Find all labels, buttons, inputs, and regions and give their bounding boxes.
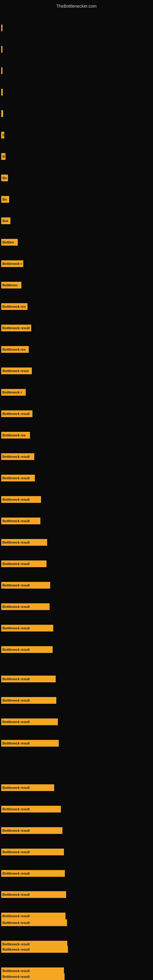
bottleneck-bar: Bottlenec bbox=[1, 282, 21, 288]
bar-row: Bo bbox=[1, 175, 8, 181]
bottleneck-bar: Bottleneck res bbox=[1, 303, 27, 310]
bar-row: Bottleneck result bbox=[1, 625, 53, 632]
bar-row: Bottleneck result bbox=[1, 973, 65, 980]
bar-row: Bottleneck result bbox=[1, 676, 56, 682]
bar-row: Bottleneck result bbox=[1, 870, 65, 877]
bottleneck-bar: Bottleneck result bbox=[1, 946, 68, 953]
bottleneck-bar: Bottleneck result bbox=[1, 920, 67, 926]
bottleneck-bar: Bottleneck result bbox=[1, 740, 59, 747]
bottleneck-bar bbox=[1, 24, 2, 31]
bar-row: Bottleneck result bbox=[1, 740, 59, 747]
bar-label: Bottleneck result bbox=[2, 326, 30, 330]
bar-label: Bottleneck res bbox=[2, 348, 26, 351]
bar-row: Bottleneck result bbox=[1, 560, 46, 567]
bottleneck-bar: Bottleneck result bbox=[1, 973, 65, 980]
bar-label: Bottleneck result bbox=[2, 562, 30, 566]
bar-label: Bottleneck result bbox=[2, 969, 30, 973]
bottleneck-bar: Bottleneck result bbox=[1, 603, 49, 610]
bottleneck-bar: Bottleneck result bbox=[1, 676, 56, 682]
bar-row: Bottleneck result bbox=[1, 913, 65, 920]
bar-label: Bottleneck result bbox=[2, 829, 30, 832]
bar-label: Bottleneck result bbox=[2, 914, 30, 918]
bottleneck-bar: Bottlen bbox=[1, 239, 18, 246]
bar-row: Bot bbox=[1, 218, 10, 224]
bottleneck-bar: Bottleneck result bbox=[1, 806, 61, 813]
bar-row: Bottleneck result bbox=[1, 920, 67, 926]
bar-label: Bottleneck result bbox=[2, 975, 30, 978]
bar-row: Bottleneck result bbox=[1, 475, 35, 481]
bottleneck-bar: Bottleneck r bbox=[1, 389, 26, 396]
bar-label: Bot bbox=[2, 219, 8, 223]
bar-label: Bottleneck result bbox=[2, 921, 30, 924]
bottleneck-bar: Bottleneck result bbox=[1, 560, 46, 567]
bar-label: Bottleneck result bbox=[2, 850, 30, 854]
bar-row: Bottleneck result bbox=[1, 517, 40, 524]
bar-label: Bottleneck result bbox=[2, 741, 30, 745]
bottleneck-bar: Bottleneck result bbox=[1, 625, 53, 632]
bar-row: Bottlen bbox=[1, 239, 18, 246]
bottleneck-bar: 5 bbox=[1, 132, 4, 138]
bar-label: Bottleneck result bbox=[2, 541, 30, 544]
bar-label: Bottleneck result bbox=[2, 948, 30, 951]
bar-label: Bottleneck result bbox=[2, 786, 30, 789]
bar-label: Bottleneck result bbox=[2, 648, 30, 651]
bottleneck-bar bbox=[1, 46, 2, 52]
bar-label: Bottlenec bbox=[2, 283, 18, 287]
bottleneck-bar bbox=[1, 110, 3, 117]
bar-row: Bottleneck result bbox=[1, 891, 66, 898]
bar-label: Bottleneck result bbox=[2, 455, 30, 458]
bottleneck-bar: Bottleneck result bbox=[1, 827, 62, 834]
bar-label: Bottleneck result bbox=[2, 720, 30, 724]
bar-label: Bottleneck result bbox=[2, 698, 30, 702]
bar-row: Bottleneck resul bbox=[1, 368, 32, 374]
bottleneck-bar: Bottleneck result bbox=[1, 646, 53, 653]
bar-row bbox=[1, 89, 3, 95]
bar-row: Bottleneck result bbox=[1, 784, 54, 791]
bar-row: Bottleneck res bbox=[1, 432, 30, 439]
bar-row: Bottleneck result bbox=[1, 719, 58, 725]
bar-label: Bottleneck result bbox=[2, 807, 30, 811]
bottleneck-bar: Bottleneck result bbox=[1, 496, 41, 503]
bottleneck-bar: Bottleneck result bbox=[1, 325, 31, 331]
bar-label: Bottleneck r bbox=[2, 262, 22, 266]
bar-label: Bottleneck resul bbox=[2, 369, 29, 373]
bar-label: Bottleneck result bbox=[2, 412, 30, 415]
bottleneck-bar bbox=[1, 67, 2, 74]
bar-label: Bottlen bbox=[2, 240, 14, 244]
bar-row: Bottleneck result bbox=[1, 603, 49, 610]
bottleneck-bar: Bottleneck result bbox=[1, 453, 34, 460]
bar-row: 5 bbox=[1, 132, 4, 138]
bottleneck-bar: Bottleneck resul bbox=[1, 368, 32, 374]
bar-row: Bottleneck result bbox=[1, 539, 47, 546]
bar-row: Bottleneck result bbox=[1, 325, 31, 331]
bar-row: Bottleneck result bbox=[1, 806, 61, 813]
bar-label: Bottleneck result bbox=[2, 942, 30, 946]
bar-label: Bottleneck result bbox=[2, 893, 30, 896]
bar-row: Bottleneck result bbox=[1, 849, 64, 855]
bottleneck-bar: Bottleneck result bbox=[1, 517, 40, 524]
bar-row: Bottleneck result bbox=[1, 453, 34, 460]
bottleneck-bar bbox=[1, 89, 3, 95]
bar-label: Bottleneck res bbox=[2, 305, 26, 309]
bar-label: Bottleneck r bbox=[2, 390, 22, 394]
bar-row: Bottleneck r bbox=[1, 389, 26, 396]
bar-label: Bottleneck result bbox=[2, 476, 30, 480]
bottleneck-bar: Bottleneck result bbox=[1, 582, 50, 589]
bottleneck-bar: Bottleneck r bbox=[1, 260, 23, 267]
bar-label: Bottleneck res bbox=[2, 433, 26, 437]
bar-row: Bottleneck result bbox=[1, 410, 32, 417]
bar-row bbox=[1, 110, 3, 117]
bar-label: Bottleneck result bbox=[2, 584, 30, 587]
bar-row bbox=[1, 67, 2, 74]
bar-label: Bottleneck result bbox=[2, 626, 30, 630]
bottleneck-bar: Bottleneck result bbox=[1, 719, 58, 725]
bottleneck-bar: Bottleneck result bbox=[1, 849, 64, 855]
bar-label: Bottleneck result bbox=[2, 519, 30, 523]
bars-container: 5BBoBoBotBottlenBottleneck rBottlenecBot… bbox=[0, 9, 153, 980]
bar-row: Bottleneck result bbox=[1, 646, 53, 653]
bar-row: Bottleneck res bbox=[1, 346, 29, 353]
bar-row: Bottlenec bbox=[1, 282, 21, 288]
bar-row: Bottleneck result bbox=[1, 946, 68, 953]
bottleneck-bar: Bottleneck res bbox=[1, 432, 30, 439]
bottleneck-bar: Bottleneck res bbox=[1, 346, 29, 353]
